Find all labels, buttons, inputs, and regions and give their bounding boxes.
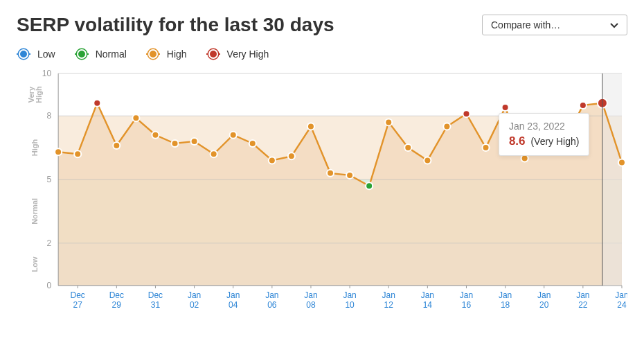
svg-point-43 xyxy=(250,141,256,146)
svg-point-41 xyxy=(231,132,236,138)
svg-point-67 xyxy=(483,145,489,150)
svg-text:5: 5 xyxy=(46,175,51,184)
svg-text:Jan: Jan xyxy=(343,290,356,300)
svg-text:20: 20 xyxy=(539,300,549,310)
svg-point-61 xyxy=(424,157,430,163)
svg-point-55 xyxy=(366,183,372,189)
legend-item-normal[interactable]: Normal xyxy=(75,49,127,60)
svg-text:04: 04 xyxy=(229,300,238,310)
legend-swatch-high xyxy=(146,53,160,55)
compare-label: Compare with… xyxy=(491,19,560,30)
legend-swatch-normal xyxy=(75,53,89,55)
svg-text:18: 18 xyxy=(501,300,510,310)
svg-text:Low: Low xyxy=(30,256,39,272)
svg-point-57 xyxy=(386,119,391,125)
svg-text:24: 24 xyxy=(617,300,627,310)
svg-text:10: 10 xyxy=(345,300,355,310)
svg-point-23 xyxy=(55,149,61,155)
svg-point-35 xyxy=(172,141,178,146)
svg-point-63 xyxy=(444,124,449,130)
svg-text:Jan: Jan xyxy=(615,290,627,300)
legend-swatch-low xyxy=(17,53,30,55)
svg-text:Jan: Jan xyxy=(304,290,317,300)
compare-dropdown[interactable]: Compare with… xyxy=(482,15,627,35)
svg-text:Jan: Jan xyxy=(499,290,512,300)
chevron-down-icon xyxy=(610,19,618,30)
svg-text:High: High xyxy=(30,139,39,157)
legend-label: Normal xyxy=(96,49,127,60)
svg-text:Jan: Jan xyxy=(265,290,278,300)
svg-text:16: 16 xyxy=(462,300,472,310)
svg-text:08: 08 xyxy=(306,300,316,310)
svg-point-31 xyxy=(133,115,138,121)
svg-text:12: 12 xyxy=(384,300,394,310)
svg-text:Jan: Jan xyxy=(226,290,240,300)
svg-point-33 xyxy=(152,132,158,138)
legend-label: Very High xyxy=(227,49,269,60)
svg-point-81 xyxy=(619,160,625,166)
svg-text:Jan: Jan xyxy=(537,290,551,300)
svg-text:Dec: Dec xyxy=(148,290,163,300)
svg-text:0: 0 xyxy=(46,281,51,290)
svg-text:06: 06 xyxy=(267,300,277,310)
volatility-chart[interactable]: 025810LowNormalHighVeryHighDec27Dec29Dec… xyxy=(17,67,627,316)
svg-point-77 xyxy=(580,103,586,108)
svg-point-65 xyxy=(463,111,469,116)
svg-text:Jan: Jan xyxy=(421,290,434,300)
svg-text:Jan: Jan xyxy=(460,290,473,300)
svg-text:10: 10 xyxy=(42,69,52,78)
svg-text:Normal: Normal xyxy=(30,198,39,225)
svg-point-75 xyxy=(561,141,566,146)
svg-rect-3 xyxy=(58,73,622,116)
legend-item-low[interactable]: Low xyxy=(17,49,55,60)
svg-text:22: 22 xyxy=(578,300,588,310)
legend-item-very-high[interactable]: Very High xyxy=(206,49,269,60)
svg-point-39 xyxy=(211,151,217,157)
svg-point-45 xyxy=(269,157,275,163)
svg-point-29 xyxy=(114,143,119,148)
svg-text:02: 02 xyxy=(190,300,199,310)
legend-label: Low xyxy=(37,49,55,60)
legend-label: High xyxy=(167,49,187,60)
svg-text:Jan: Jan xyxy=(188,290,201,300)
svg-point-69 xyxy=(503,105,508,110)
svg-text:2: 2 xyxy=(46,238,51,248)
page-title: SERP volatility for the last 30 days xyxy=(17,14,334,36)
svg-point-73 xyxy=(542,130,547,136)
svg-point-71 xyxy=(522,155,528,161)
svg-text:Dec: Dec xyxy=(71,290,85,300)
svg-text:Jan: Jan xyxy=(576,290,589,300)
svg-text:27: 27 xyxy=(73,300,83,310)
svg-point-37 xyxy=(192,139,197,144)
legend-swatch-very-high xyxy=(206,53,220,55)
svg-point-59 xyxy=(405,145,411,150)
svg-point-47 xyxy=(289,153,294,159)
svg-text:Dec: Dec xyxy=(109,290,124,300)
svg-point-53 xyxy=(347,173,352,178)
svg-text:31: 31 xyxy=(151,300,161,310)
legend-item-high[interactable]: High xyxy=(146,49,187,60)
svg-point-25 xyxy=(75,151,80,157)
svg-text:Jan: Jan xyxy=(382,290,395,300)
svg-text:14: 14 xyxy=(423,300,433,310)
svg-text:29: 29 xyxy=(112,300,122,310)
svg-text:High: High xyxy=(35,86,43,103)
legend: Low Normal High Very High xyxy=(17,49,627,60)
svg-point-27 xyxy=(94,100,100,106)
svg-point-49 xyxy=(308,124,314,130)
svg-point-51 xyxy=(328,170,333,176)
svg-text:8: 8 xyxy=(46,111,51,121)
